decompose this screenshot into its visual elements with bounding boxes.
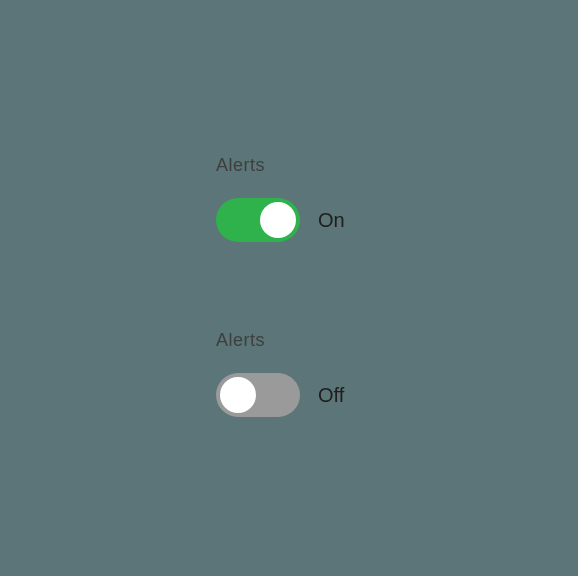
toggle-state-text: On	[318, 209, 345, 232]
alerts-label: Alerts	[216, 330, 344, 351]
alerts-toggle-group-off: Alerts Off	[216, 330, 344, 417]
alerts-label: Alerts	[216, 155, 345, 176]
toggle-row: Off	[216, 373, 344, 417]
toggle-knob	[260, 202, 296, 238]
alerts-toggle-off[interactable]	[216, 373, 300, 417]
toggle-knob	[220, 377, 256, 413]
toggle-row: On	[216, 198, 345, 242]
alerts-toggle-group-on: Alerts On	[216, 155, 345, 242]
alerts-toggle-on[interactable]	[216, 198, 300, 242]
toggle-state-text: Off	[318, 384, 344, 407]
